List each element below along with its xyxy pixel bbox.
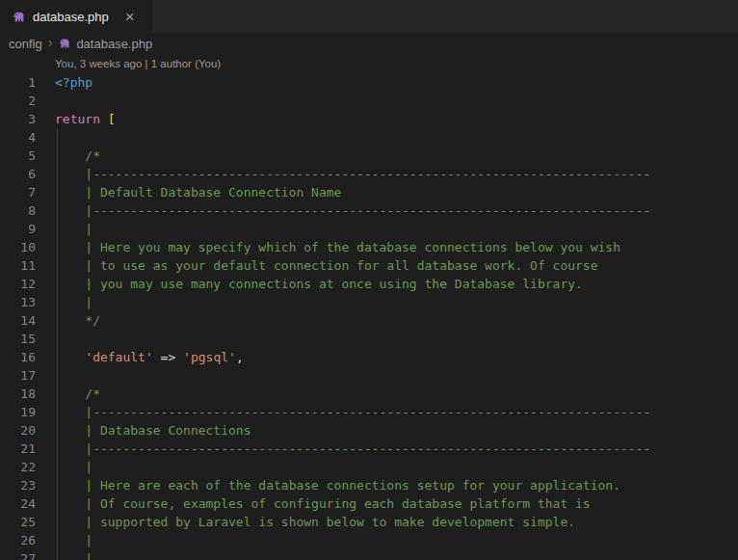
code-line-content[interactable]: | — [55, 458, 92, 476]
php-icon — [58, 37, 71, 50]
code-line[interactable]: 25 | supported by Laravel is shown below… — [0, 513, 738, 531]
php-icon — [12, 10, 26, 24]
line-number[interactable]: 23 — [0, 476, 36, 494]
code-line[interactable]: 22 | — [0, 458, 738, 476]
code-line[interactable]: 3return [ — [0, 110, 738, 128]
line-number[interactable]: 14 — [0, 311, 36, 330]
line-number[interactable]: 8 — [0, 201, 36, 220]
code-line[interactable]: 10 | Here you may specify which of the d… — [0, 238, 738, 256]
code-line-content[interactable]: | supported by Laravel is shown below to… — [55, 513, 575, 531]
code-line-content[interactable]: |---------------------------------------… — [55, 165, 650, 183]
code-line-content[interactable]: /* — [55, 385, 100, 403]
line-number[interactable]: 4 — [0, 128, 36, 147]
line-number[interactable]: 24 — [0, 494, 36, 513]
code-line[interactable]: 18 /* — [0, 385, 738, 403]
code-line[interactable]: 13 | — [0, 293, 738, 311]
gitlens-annotation[interactable]: You, 3 weeks ago | 1 author (You) — [55, 58, 221, 69]
code-line-content[interactable]: | Database Connections — [55, 421, 251, 440]
line-number[interactable]: 1 — [0, 73, 36, 92]
code-line-content[interactable]: | — [55, 549, 92, 560]
codelens-row: You, 3 weeks ago | 1 author (You) — [0, 54, 738, 73]
line-number[interactable]: 10 — [0, 238, 36, 256]
line-number[interactable]: 20 — [0, 421, 36, 440]
line-number[interactable]: 11 — [0, 256, 36, 275]
code-line[interactable]: 14 */ — [0, 311, 738, 330]
line-number[interactable]: 17 — [0, 366, 36, 385]
code-line[interactable]: 27 | — [0, 549, 738, 560]
line-number[interactable]: 3 — [0, 110, 36, 128]
code-line[interactable]: 26 | — [0, 531, 738, 549]
line-number[interactable]: 26 — [0, 531, 36, 549]
line-number[interactable]: 2 — [0, 92, 36, 110]
code-line-content[interactable]: return [ — [55, 110, 116, 128]
indent-guide — [57, 128, 58, 560]
code-line-content[interactable]: |---------------------------------------… — [55, 440, 650, 458]
line-number[interactable]: 21 — [0, 440, 36, 458]
line-number[interactable]: 7 — [0, 183, 36, 201]
chevron-right-icon: › — [48, 35, 53, 50]
code-line-content[interactable]: | Here are each of the database connecti… — [55, 476, 620, 494]
code-line[interactable]: 11 | to use as your default connection f… — [0, 256, 738, 275]
line-number[interactable]: 16 — [0, 348, 36, 366]
line-number[interactable]: 22 — [0, 458, 36, 476]
code-line-content[interactable]: | you may use many connections at once u… — [55, 275, 583, 293]
code-line[interactable]: 7 | Default Database Connection Name — [0, 183, 738, 201]
breadcrumb-folder[interactable]: config — [9, 37, 42, 51]
code-line[interactable]: 9 | — [0, 220, 738, 238]
code-line-content[interactable]: /* — [55, 147, 100, 165]
code-line[interactable]: 21 |------------------------------------… — [0, 440, 738, 458]
code-line[interactable]: 24 | Of course, examples of configuring … — [0, 494, 738, 513]
code-line[interactable]: 2 — [0, 92, 738, 110]
line-number[interactable]: 9 — [0, 220, 36, 238]
code-line-content[interactable]: 'default' => 'pgsql', — [55, 348, 244, 366]
line-number[interactable]: 25 — [0, 513, 36, 531]
code-line[interactable]: 15 — [0, 330, 738, 348]
code-line[interactable]: 1<?php — [0, 73, 738, 92]
line-number[interactable]: 19 — [0, 403, 36, 421]
breadcrumb: config › database.php — [0, 33, 738, 54]
tab-bar: database.php × — [0, 0, 738, 33]
line-number[interactable]: 18 — [0, 385, 36, 403]
code-line[interactable]: 19 |------------------------------------… — [0, 403, 738, 421]
code-line[interactable]: 12 | you may use many connections at onc… — [0, 275, 738, 293]
code-line-content[interactable]: */ — [55, 311, 100, 330]
code-line-content[interactable]: | — [55, 220, 92, 238]
line-number[interactable]: 15 — [0, 330, 36, 348]
code-line-content[interactable]: | to use as your default connection for … — [55, 256, 598, 275]
code-line[interactable]: 23 | Here are each of the database conne… — [0, 476, 738, 494]
line-number[interactable]: 27 — [0, 549, 36, 560]
code-line[interactable]: 6 |-------------------------------------… — [0, 165, 738, 183]
code-line[interactable]: 4 — [0, 128, 738, 147]
breadcrumb-file[interactable]: database.php — [76, 37, 152, 51]
line-number[interactable]: 5 — [0, 147, 36, 165]
line-number[interactable]: 13 — [0, 293, 36, 311]
code-line-content[interactable]: | — [55, 531, 92, 549]
code-line[interactable]: 20 | Database Connections — [0, 421, 738, 440]
code-line-content[interactable]: |---------------------------------------… — [55, 403, 650, 421]
tab-database-php[interactable]: database.php × — [0, 0, 152, 33]
editor[interactable]: You, 3 weeks ago | 1 author (You) 1<?php… — [0, 54, 738, 560]
code-line[interactable]: 8 |-------------------------------------… — [0, 201, 738, 220]
code-area[interactable]: 1<?php23return [45 /*6 |----------------… — [0, 73, 738, 560]
line-number[interactable]: 12 — [0, 275, 36, 293]
tab-label: database.php — [33, 10, 109, 24]
code-line-content[interactable]: | Here you may specify which of the data… — [55, 238, 620, 256]
code-line-content[interactable]: |---------------------------------------… — [55, 201, 650, 220]
code-line-content[interactable]: | Default Database Connection Name — [55, 183, 341, 201]
code-line-content[interactable]: | Of course, examples of configuring eac… — [55, 494, 591, 513]
line-number[interactable]: 6 — [0, 165, 36, 183]
code-line-content[interactable]: <?php — [55, 73, 92, 92]
code-line[interactable]: 17 — [0, 366, 738, 385]
close-icon[interactable]: × — [125, 9, 135, 25]
code-line[interactable]: 16 'default' => 'pgsql', — [0, 348, 738, 366]
code-line[interactable]: 5 /* — [0, 147, 738, 165]
code-line-content[interactable]: | — [55, 293, 92, 311]
